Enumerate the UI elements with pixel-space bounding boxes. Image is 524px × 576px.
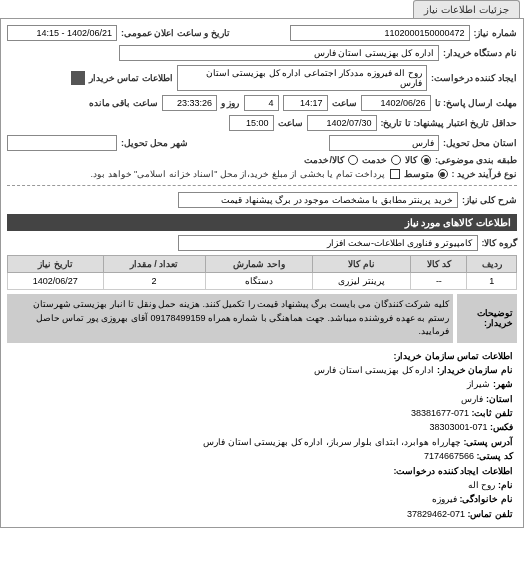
c-org: اداره کل بهزیستی استان فارس [314,365,434,375]
c-org-label: نام سازمان خریدار: [437,365,513,375]
c-city: شیراز [467,379,490,389]
prov-label: استان محل تحویل: [443,138,517,148]
city-label: شهر محل تحویل: [121,138,188,148]
opt-mid: متوسط [404,169,434,179]
requester-field: روح اله فیروزه مددکار اجتماعی اداره کل ب… [177,65,427,91]
resp-date-field: 1402/06/26 [361,95,431,111]
c-prov-label: استان: [486,394,513,404]
class-label: طبقه بندی موضوعی: [435,155,517,165]
group-field: کامپیوتر و فناوری اطلاعات-سخت افزار [178,235,478,251]
c-fax-label: فکس: [490,422,513,432]
td-4: 2 [103,273,205,290]
td-2: پرینتر لیزری [313,273,411,290]
city-field [7,135,117,151]
radio-mid[interactable] [438,169,448,179]
section-items-bar: اطلاعات کالاهای مورد نیاز [7,214,517,231]
general-desc-label: شرح کلی نیاز: [462,195,517,205]
general-desc-field: خرید پرینتر مطابق با مشخصات موجود در برگ… [178,192,458,208]
roz-label: روز و [221,98,240,108]
details-panel: شماره نیاز: 1102000150000472 تاریخ و ساع… [0,18,524,528]
td-5: 1402/06/27 [8,273,104,290]
c-zip-label: کد پستی: [477,451,514,461]
opt-kala: کالا [405,155,417,165]
requester-label: ایجاد کننده درخواست: [431,73,517,83]
checkbox-note[interactable] [390,169,400,179]
c-ctel-label: تلفن تماس: [468,509,514,519]
c-city-label: شهر: [493,379,513,389]
c-tel: 071-38381677 [411,408,469,418]
remain-time-field: 23:33:26 [162,95,217,111]
c-fax: 071-38303001 [429,422,487,432]
purchase-type-label: نوع فرآیند خرید : [452,169,518,179]
saat-label-1: ساعت [332,98,357,108]
opt-khadamat: خدمت [362,155,387,165]
c-addr-label: آدرس پستی: [464,437,514,447]
items-table: ردیف کد کالا نام کالا واحد شمارش تعداد /… [7,255,517,290]
buyer-label: نام دستگاه خریدار: [443,48,517,58]
ann-date-field: 1402/06/21 - 14:15 [7,25,117,41]
valid-time-field: 15:00 [229,115,274,131]
saat-label-2: ساعت [278,118,303,128]
valid-label: حداقل تاریخ اعتبار پیشنهاد: تا تاریخ: [381,118,518,128]
group-label: گروه کالا: [482,238,518,248]
resp-deadline-label: مهلت ارسال پاسخ: تا [435,98,518,108]
radio-kala[interactable] [421,155,431,165]
purchase-note: پرداخت تمام یا بخشی از مبلغ خرید،از محل … [91,169,386,179]
c-prov: فارس [461,394,483,404]
desc-label: توضیحات خریدار: [457,294,517,343]
c-addr: چهارراه هوابرد، ابتدای بلوار سرباز، ادار… [203,437,461,447]
th-1: کد کالا [411,256,467,273]
c-zip: 7174667566 [424,451,474,461]
valid-date-field: 1402/07/30 [307,115,377,131]
th-0: ردیف [467,256,517,273]
td-1: -- [411,273,467,290]
th-5: تاریخ نیاز [8,256,104,273]
remain-suffix: ساعت باقی مانده [89,98,158,108]
td-0: 1 [467,273,517,290]
c-name-label: نام: [498,480,513,490]
desc-text: کلیه شرکت کنندگان می بایست برگ پیشنهاد ق… [7,294,453,343]
c-name: روح اله [468,480,496,490]
table-row: 1 -- پرینتر لیزری دستگاه 2 1402/06/27 [8,273,517,290]
radio-both[interactable] [348,155,358,165]
contact-buyer-label: اطلاعات تماس خریدار [89,73,173,83]
ann-date-label: تاریخ و ساعت اعلان عمومی: [121,28,230,38]
req-no-field: 1102000150000472 [290,25,470,41]
tab-details[interactable]: جزئیات اطلاعات نیاز [413,0,520,18]
c-tel-label: تلفن ثابت: [472,408,514,418]
td-3: دستگاه [205,273,312,290]
contact-info-block: اطلاعات تماس سازمان خریدار: نام سازمان خ… [7,349,517,522]
c-lname-label: نام خانوادگی: [460,494,514,504]
buyer-field: اداره کل بهزیستی استان فارس [119,45,439,61]
prov-field: فارس [329,135,439,151]
contact-title: اطلاعات تماس سازمان خریدار: [394,351,514,361]
th-4: تعداد / مقدار [103,256,205,273]
resp-time-field: 14:17 [283,95,328,111]
th-3: واحد شمارش [205,256,312,273]
opt-both: کالا/خدمت [304,155,344,165]
th-2: نام کالا [313,256,411,273]
req-no-label: شماره نیاز: [474,28,518,38]
c-ctel: 071-37829462 [407,509,465,519]
remain-days-field: 4 [244,95,279,111]
contact-icon[interactable] [71,71,85,85]
c-lname: فیروزه [432,494,457,504]
radio-khadamat[interactable] [391,155,401,165]
c-reqc-title: اطلاعات ایجاد کننده درخواست: [394,466,514,476]
